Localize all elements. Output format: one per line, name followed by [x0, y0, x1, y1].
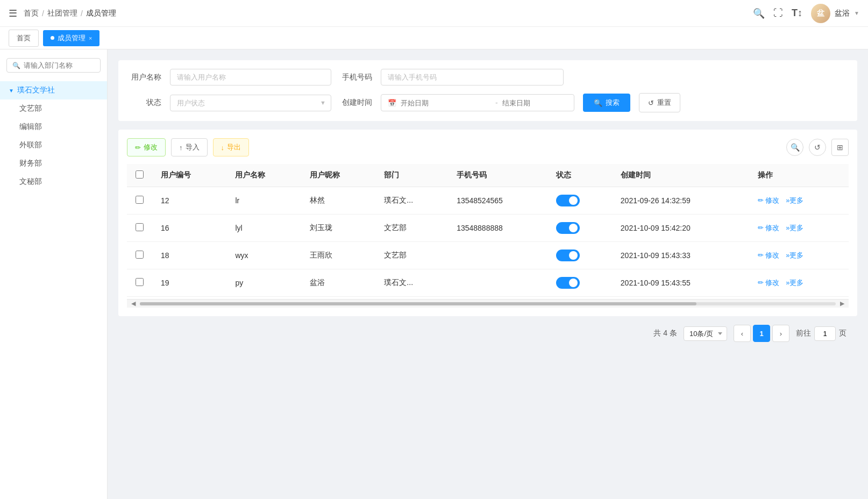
- goto-suffix: 页: [839, 329, 846, 338]
- sidebar-item-secretary[interactable]: 文秘部: [0, 173, 107, 191]
- search-icon[interactable]: 🔍: [753, 8, 765, 19]
- modify-action-0[interactable]: ✏ 修改: [758, 196, 780, 204]
- row-checkbox-2[interactable]: [136, 251, 144, 259]
- toolbar: ✏ 修改 ↑ 导入 ↓ 导出 🔍 ↺ ⊞: [127, 138, 849, 156]
- breadcrumb-community[interactable]: 社团管理: [47, 9, 77, 18]
- page-goto: 前往 页: [796, 326, 846, 341]
- tree-expand-icon: ▼: [9, 88, 14, 94]
- table-refresh-icon-btn[interactable]: ↺: [809, 139, 826, 156]
- sidebar-item-finance[interactable]: 财务部: [0, 154, 107, 173]
- search-button[interactable]: 🔍 搜索: [583, 94, 630, 112]
- row-checkbox-3[interactable]: [136, 278, 144, 286]
- more-action-0[interactable]: »更多: [786, 196, 803, 204]
- row-checkbox-cell: [127, 269, 152, 297]
- row-checkbox-0[interactable]: [136, 196, 144, 204]
- horizontal-scrollbar[interactable]: ◀ ▶: [127, 299, 849, 308]
- page-total: 共 4 条: [653, 329, 677, 338]
- table-columns-icon-btn[interactable]: ⊞: [831, 139, 849, 156]
- next-page-btn[interactable]: ›: [772, 325, 789, 342]
- toolbar-left: ✏ 修改 ↑ 导入 ↓ 导出: [127, 138, 249, 156]
- main-layout: 🔍 ▼ 璞石文学社 文艺部 编辑部 外联部 财务部 文秘部 用户名称: [0, 49, 868, 499]
- cell-id-3: 19: [152, 269, 226, 297]
- export-button[interactable]: ↓ 导出: [213, 138, 250, 156]
- page-size-select[interactable]: 10条/页 20条/页 50条/页: [684, 326, 727, 341]
- scroll-track: [140, 302, 836, 305]
- modify-action-2[interactable]: ✏ 修改: [758, 251, 780, 259]
- more-action-2[interactable]: »更多: [786, 251, 803, 259]
- font-size-icon[interactable]: T↕: [792, 8, 802, 19]
- scroll-right-arrow[interactable]: ▶: [836, 300, 849, 307]
- avatar: 盆: [811, 4, 830, 23]
- phone-input[interactable]: [381, 69, 564, 85]
- cell-phone-0: 13548524565: [448, 187, 547, 215]
- row-checkbox-1[interactable]: [136, 223, 144, 231]
- tabs-bar: 首页 成员管理 ×: [0, 27, 868, 49]
- app-header: ☰ 首页 / 社团管理 / 成员管理 🔍 ⛶ T↕ 盆 盆浴 ▼: [0, 0, 868, 27]
- filter-row-1: 用户名称 手机号码: [129, 69, 846, 85]
- sidebar: 🔍 ▼ 璞石文学社 文艺部 编辑部 外联部 财务部 文秘部: [0, 49, 108, 499]
- tab-close-icon[interactable]: ×: [89, 35, 92, 41]
- breadcrumb-home[interactable]: 首页: [24, 9, 39, 18]
- scroll-left-arrow[interactable]: ◀: [127, 300, 140, 307]
- modify-action-1[interactable]: ✏ 修改: [758, 224, 780, 232]
- cell-created-1: 2021-10-09 15:42:20: [612, 215, 749, 242]
- cell-username-3: py: [226, 269, 301, 297]
- sidebar-item-editorial[interactable]: 编辑部: [0, 118, 107, 136]
- status-toggle-3[interactable]: [556, 277, 580, 289]
- user-area[interactable]: 盆 盆浴 ▼: [811, 4, 859, 23]
- tab-dot: [51, 36, 54, 40]
- more-action-3[interactable]: »更多: [786, 279, 803, 287]
- data-table: 用户编号 用户名称 用户昵称 部门 手机号码 状态 创建时间 操作 12: [127, 164, 849, 297]
- page-nav: ‹ 1 ›: [734, 325, 789, 342]
- cell-username-0: lr: [226, 187, 301, 215]
- tab-home[interactable]: 首页: [9, 30, 39, 47]
- more-action-1[interactable]: »更多: [786, 224, 803, 232]
- status-toggle-1[interactable]: [556, 222, 580, 234]
- col-username-header: 用户名称: [226, 164, 301, 187]
- status-select[interactable]: 用户状态 全部 启用 禁用: [170, 95, 331, 111]
- date-end-input[interactable]: [502, 99, 593, 107]
- col-action-header: 操作: [749, 164, 849, 187]
- sidebar-item-external[interactable]: 外联部: [0, 136, 107, 154]
- cell-created-0: 2021-09-26 14:32:59: [612, 187, 749, 215]
- username-input[interactable]: [170, 69, 331, 85]
- cell-id-0: 12: [152, 187, 226, 215]
- tab-member-management[interactable]: 成员管理 ×: [43, 30, 99, 46]
- modify-button[interactable]: ✏ 修改: [127, 138, 166, 156]
- table-row: 18 wyx 王雨欣 文艺部 2021-10-09 15:43:33 ✏ 修改 …: [127, 242, 849, 269]
- status-toggle-0[interactable]: [556, 195, 580, 206]
- table-row: 16 lyl 刘玉珑 文艺部 13548888888 2021-10-09 15…: [127, 215, 849, 242]
- tree-parent-item[interactable]: ▼ 璞石文学社: [0, 81, 107, 99]
- toggle-slider-0: [556, 195, 580, 206]
- goto-prefix: 前往: [796, 329, 811, 338]
- date-start-input[interactable]: [401, 99, 491, 107]
- table-header-row: 用户编号 用户名称 用户昵称 部门 手机号码 状态 创建时间 操作: [127, 164, 849, 187]
- cell-nickname-1: 刘玉珑: [301, 215, 375, 242]
- prev-page-btn[interactable]: ‹: [734, 325, 751, 342]
- toggle-slider-2: [556, 250, 580, 261]
- page-1-btn[interactable]: 1: [753, 325, 770, 342]
- header-right: 🔍 ⛶ T↕ 盆 盆浴 ▼: [753, 4, 859, 23]
- import-button[interactable]: ↑ 导入: [171, 138, 208, 156]
- goto-input[interactable]: [814, 326, 836, 341]
- cell-status-2: [547, 242, 612, 269]
- fullscreen-icon[interactable]: ⛶: [773, 8, 783, 19]
- cell-phone-1: 13548888888: [448, 215, 547, 242]
- row-checkbox-cell: [127, 242, 152, 269]
- reset-button[interactable]: ↺ 重置: [639, 93, 680, 112]
- select-all-checkbox[interactable]: [136, 170, 144, 179]
- sidebar-item-arts[interactable]: 文艺部: [0, 99, 107, 118]
- cell-created-3: 2021-10-09 15:43:55: [612, 269, 749, 297]
- cell-status-0: [547, 187, 612, 215]
- cell-nickname-3: 盆浴: [301, 269, 375, 297]
- cell-dept-1: 文艺部: [375, 215, 448, 242]
- breadcrumb: 首页 / 社团管理 / 成员管理: [24, 9, 116, 18]
- table-search-icon-btn[interactable]: 🔍: [786, 139, 803, 156]
- table-row: 19 py 盆浴 璞石文... 2021-10-09 15:43:55 ✏ 修改…: [127, 269, 849, 297]
- date-range-wrap: 📅 -: [381, 94, 574, 111]
- status-toggle-2[interactable]: [556, 250, 580, 261]
- modify-action-3[interactable]: ✏ 修改: [758, 279, 780, 287]
- menu-icon[interactable]: ☰: [9, 8, 17, 19]
- sidebar-search-input[interactable]: [24, 61, 95, 69]
- scroll-thumb: [140, 302, 696, 305]
